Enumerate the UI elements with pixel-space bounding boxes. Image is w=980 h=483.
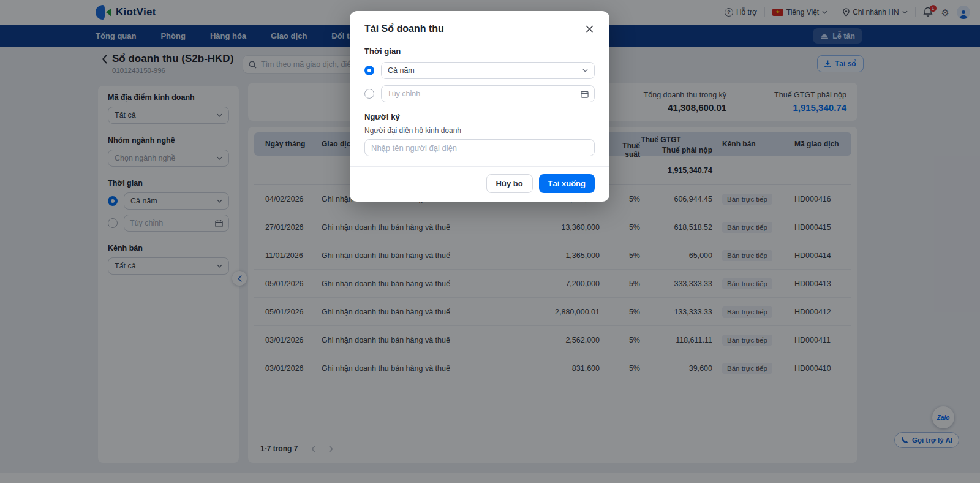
modal-time-custom-datepicker[interactable]: Tùy chỉnh bbox=[381, 85, 595, 102]
modal-signer-input[interactable] bbox=[364, 139, 595, 156]
modal-time-custom-radio[interactable] bbox=[364, 89, 374, 99]
calendar-icon bbox=[581, 90, 589, 98]
cancel-button[interactable]: Hủy bỏ bbox=[486, 174, 533, 193]
modal-title: Tải Sổ doanh thu bbox=[364, 23, 444, 34]
modal-signer-label: Người ký bbox=[364, 112, 595, 121]
download-button[interactable]: Tải xuống bbox=[539, 174, 595, 193]
modal-time-label: Thời gian bbox=[364, 47, 595, 56]
modal-time-custom-placeholder: Tùy chỉnh bbox=[387, 89, 420, 98]
close-icon bbox=[586, 25, 594, 33]
modal-close-button[interactable] bbox=[584, 24, 595, 34]
chevron-down-icon bbox=[582, 69, 588, 72]
modal-signer-sublabel: Người đại diện hộ kinh doanh bbox=[364, 126, 595, 135]
modal-time-year-select[interactable]: Cả năm bbox=[381, 62, 595, 79]
modal-time-year-radio[interactable] bbox=[364, 66, 374, 75]
modal-time-year-value: Cả năm bbox=[388, 66, 415, 75]
download-modal: Tải Sổ doanh thu Thời gian Cả năm Tùy ch… bbox=[350, 11, 609, 202]
